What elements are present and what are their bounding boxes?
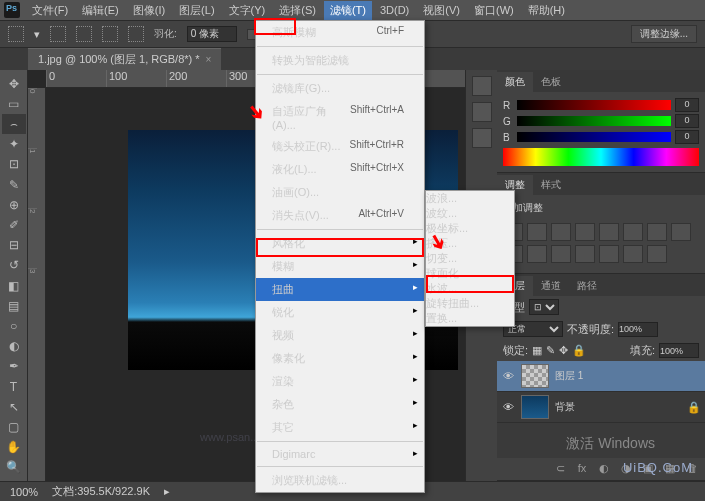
zoom-level[interactable]: 100% xyxy=(10,486,38,498)
visibility-icon[interactable]: 👁 xyxy=(501,370,515,382)
tab-channels[interactable]: 通道 xyxy=(533,276,569,296)
menu-3d[interactable]: 3D(D) xyxy=(374,2,415,18)
adj-lookup-icon[interactable] xyxy=(527,245,547,263)
layer-name[interactable]: 背景 xyxy=(555,400,575,414)
submenu-item[interactable]: 波纹... xyxy=(426,206,514,221)
menu-window[interactable]: 窗口(W) xyxy=(468,1,520,20)
tab-swatches[interactable]: 色板 xyxy=(533,72,569,92)
adj-photo-icon[interactable] xyxy=(671,223,691,241)
menu-view[interactable]: 视图(V) xyxy=(417,1,466,20)
filter-menu-item[interactable]: 扭曲 xyxy=(256,278,424,301)
filter-menu-item[interactable]: 风格化 xyxy=(256,232,424,255)
brush-tool[interactable]: ✐ xyxy=(2,215,26,234)
adj-grad-icon[interactable] xyxy=(623,245,643,263)
adj-bw-icon[interactable] xyxy=(647,223,667,241)
crop-tool[interactable]: ⊡ xyxy=(2,155,26,174)
filter-menu-item[interactable]: 杂色 xyxy=(256,393,424,416)
lock-trans-icon[interactable]: ▦ xyxy=(532,344,542,357)
visibility-icon[interactable]: 👁 xyxy=(501,401,515,413)
pen-tool[interactable]: ✒ xyxy=(2,357,26,376)
filter-menu-item[interactable]: 油画(O)... xyxy=(256,181,424,204)
r-value[interactable]: 0 xyxy=(675,98,699,112)
sel-add-icon[interactable] xyxy=(76,26,92,42)
filter-menu-item[interactable]: 渲染 xyxy=(256,370,424,393)
close-tab-icon[interactable]: × xyxy=(206,54,212,65)
feather-input[interactable] xyxy=(187,26,237,42)
lock-pos-icon[interactable]: ✥ xyxy=(559,344,568,357)
filter-menu-item[interactable]: 消失点(V)...Alt+Ctrl+V xyxy=(256,204,424,227)
filter-menu-item[interactable]: 液化(L)...Shift+Ctrl+X xyxy=(256,158,424,181)
filter-menu-item[interactable]: 转换为智能滤镜 xyxy=(256,49,424,72)
filter-menu-item[interactable]: 镜头校正(R)...Shift+Ctrl+R xyxy=(256,135,424,158)
marquee-tool[interactable]: ▭ xyxy=(2,94,26,113)
menu-edit[interactable]: 编辑(E) xyxy=(76,1,125,20)
dodge-tool[interactable]: ◐ xyxy=(2,337,26,356)
g-value[interactable]: 0 xyxy=(675,114,699,128)
b-value[interactable]: 0 xyxy=(675,130,699,144)
adj-exposure-icon[interactable] xyxy=(575,223,595,241)
filter-menu-item[interactable]: 滤镜库(G)... xyxy=(256,77,424,100)
path-tool[interactable]: ↖ xyxy=(2,397,26,416)
fill-input[interactable] xyxy=(659,343,699,358)
filter-menu-item[interactable]: 高斯模糊Ctrl+F xyxy=(256,21,424,44)
opacity-input[interactable] xyxy=(618,322,658,337)
menu-help[interactable]: 帮助(H) xyxy=(522,1,571,20)
spectrum-bar[interactable] xyxy=(503,148,699,166)
adj-vibrance-icon[interactable] xyxy=(599,223,619,241)
tab-paths[interactable]: 路径 xyxy=(569,276,605,296)
document-tab[interactable]: 1.jpg @ 100% (图层 1, RGB/8*) * × xyxy=(28,48,221,70)
eyedropper-tool[interactable]: ✎ xyxy=(2,175,26,194)
tab-styles[interactable]: 样式 xyxy=(533,175,569,195)
layer-row[interactable]: 👁 背景 🔒 xyxy=(497,392,705,423)
fx-icon[interactable]: fx xyxy=(575,462,589,476)
zoom-tool[interactable]: 🔍 xyxy=(2,458,26,477)
blur-tool[interactable]: ○ xyxy=(2,316,26,335)
filter-menu-item[interactable]: 像素化 xyxy=(256,347,424,370)
adj-invert-icon[interactable] xyxy=(551,245,571,263)
filter-menu-item[interactable]: 其它 xyxy=(256,416,424,439)
doc-info[interactable]: 文档:395.5K/922.9K xyxy=(52,484,150,499)
tab-color[interactable]: 颜色 xyxy=(497,72,533,92)
move-tool[interactable]: ✥ xyxy=(2,74,26,93)
history-brush-tool[interactable]: ↺ xyxy=(2,256,26,275)
hand-tool[interactable]: ✋ xyxy=(2,438,26,457)
layer-name[interactable]: 图层 1 xyxy=(555,369,583,383)
adj-poster-icon[interactable] xyxy=(575,245,595,263)
link-layers-icon[interactable]: ⊂ xyxy=(553,462,567,476)
layer-row[interactable]: 👁 图层 1 xyxy=(497,361,705,392)
submenu-item[interactable]: 旋转扭曲... xyxy=(426,296,514,311)
menu-filter[interactable]: 滤镜(T) xyxy=(324,1,372,20)
submenu-item[interactable]: 波浪... xyxy=(426,191,514,206)
tool-preset-icon[interactable] xyxy=(8,26,24,42)
wand-tool[interactable]: ✦ xyxy=(2,135,26,154)
properties-panel-icon[interactable] xyxy=(472,128,492,148)
filter-menu-item[interactable]: 浏览联机滤镜... xyxy=(256,469,424,492)
menu-select[interactable]: 选择(S) xyxy=(273,1,322,20)
kind-select[interactable]: ⊡ xyxy=(529,299,559,315)
filter-menu-item[interactable]: 视频 xyxy=(256,324,424,347)
shape-tool[interactable]: ▢ xyxy=(2,417,26,436)
adj-sel-icon[interactable] xyxy=(647,245,667,263)
g-slider[interactable] xyxy=(517,116,671,126)
type-tool[interactable]: T xyxy=(2,377,26,396)
lock-pixel-icon[interactable]: ✎ xyxy=(546,344,555,357)
submenu-item[interactable]: 切变... xyxy=(426,251,514,266)
actions-panel-icon[interactable] xyxy=(472,102,492,122)
filter-menu-item[interactable]: 锐化 xyxy=(256,301,424,324)
adj-thresh-icon[interactable] xyxy=(599,245,619,263)
lock-all-icon[interactable]: 🔒 xyxy=(572,344,586,357)
lasso-tool[interactable]: ⌢ xyxy=(2,114,26,133)
submenu-item[interactable]: 水波... xyxy=(426,281,514,296)
layer-thumb[interactable] xyxy=(521,395,549,419)
menu-image[interactable]: 图像(I) xyxy=(127,1,171,20)
b-slider[interactable] xyxy=(517,132,671,142)
sel-int-icon[interactable] xyxy=(128,26,144,42)
r-slider[interactable] xyxy=(517,100,671,110)
layer-thumb[interactable] xyxy=(521,364,549,388)
adj-hue-icon[interactable] xyxy=(623,223,643,241)
adj-levels-icon[interactable] xyxy=(527,223,547,241)
menu-type[interactable]: 文字(Y) xyxy=(223,1,272,20)
adj-curves-icon[interactable] xyxy=(551,223,571,241)
sel-sub-icon[interactable] xyxy=(102,26,118,42)
menu-file[interactable]: 文件(F) xyxy=(26,1,74,20)
